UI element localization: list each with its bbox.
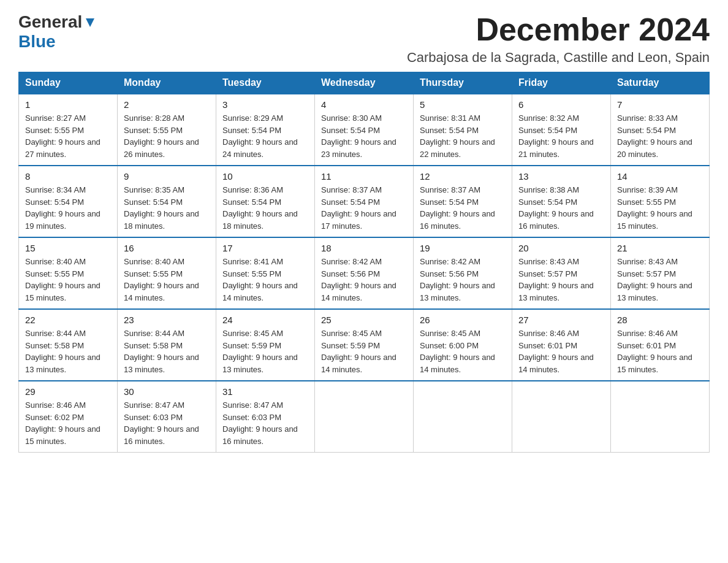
day-info-20: Sunrise: 8:43 AMSunset: 5:57 PMDaylight:… <box>518 256 604 304</box>
day-number-4: 4 <box>321 99 407 110</box>
calendar-header-row: SundayMondayTuesdayWednesdayThursdayFrid… <box>19 72 710 94</box>
day-cell-19: 19Sunrise: 8:42 AMSunset: 5:56 PMDayligh… <box>414 237 512 309</box>
week-row-3: 15Sunrise: 8:40 AMSunset: 5:55 PMDayligh… <box>19 237 710 309</box>
day-info-19: Sunrise: 8:42 AMSunset: 5:56 PMDaylight:… <box>420 256 506 304</box>
day-cell-25: 25Sunrise: 8:45 AMSunset: 5:59 PMDayligh… <box>315 309 414 381</box>
day-cell-23: 23Sunrise: 8:44 AMSunset: 5:58 PMDayligh… <box>118 309 216 381</box>
logo-triangle-icon <box>83 16 97 29</box>
day-number-21: 21 <box>617 243 703 253</box>
day-cell-2: 2Sunrise: 8:28 AMSunset: 5:55 PMDaylight… <box>118 94 216 166</box>
day-number-13: 13 <box>518 171 604 182</box>
day-cell-31: 31Sunrise: 8:47 AMSunset: 6:03 PMDayligh… <box>216 381 315 453</box>
day-cell-4: 4Sunrise: 8:30 AMSunset: 5:54 PMDaylight… <box>315 94 414 166</box>
day-info-14: Sunrise: 8:39 AMSunset: 5:55 PMDaylight:… <box>617 184 703 232</box>
calendar-table: SundayMondayTuesdayWednesdayThursdayFrid… <box>18 72 710 453</box>
day-number-16: 16 <box>124 243 210 253</box>
day-cell-14: 14Sunrise: 8:39 AMSunset: 5:55 PMDayligh… <box>611 166 710 237</box>
day-number-1: 1 <box>25 99 111 110</box>
day-info-11: Sunrise: 8:37 AMSunset: 5:54 PMDaylight:… <box>321 184 407 232</box>
day-cell-30: 30Sunrise: 8:47 AMSunset: 6:03 PMDayligh… <box>118 381 216 453</box>
day-cell-8: 8Sunrise: 8:34 AMSunset: 5:54 PMDaylight… <box>19 166 118 237</box>
week-row-4: 22Sunrise: 8:44 AMSunset: 5:58 PMDayligh… <box>19 309 710 381</box>
day-info-9: Sunrise: 8:35 AMSunset: 5:54 PMDaylight:… <box>124 184 210 232</box>
day-info-23: Sunrise: 8:44 AMSunset: 5:58 PMDaylight:… <box>124 327 210 375</box>
day-cell-17: 17Sunrise: 8:41 AMSunset: 5:55 PMDayligh… <box>216 237 315 309</box>
empty-cell-w4-4 <box>414 381 512 453</box>
logo-blue-text: Blue <box>18 32 56 52</box>
day-info-18: Sunrise: 8:42 AMSunset: 5:56 PMDaylight:… <box>321 256 407 304</box>
day-cell-9: 9Sunrise: 8:35 AMSunset: 5:54 PMDaylight… <box>118 166 216 237</box>
header-monday: Monday <box>118 72 216 94</box>
day-number-9: 9 <box>124 171 210 182</box>
day-number-24: 24 <box>222 315 308 325</box>
day-cell-5: 5Sunrise: 8:31 AMSunset: 5:54 PMDaylight… <box>414 94 512 166</box>
day-cell-11: 11Sunrise: 8:37 AMSunset: 5:54 PMDayligh… <box>315 166 414 237</box>
day-info-10: Sunrise: 8:36 AMSunset: 5:54 PMDaylight:… <box>222 184 308 232</box>
day-cell-3: 3Sunrise: 8:29 AMSunset: 5:54 PMDaylight… <box>216 94 315 166</box>
header-wednesday: Wednesday <box>315 72 414 94</box>
header-saturday: Saturday <box>611 72 710 94</box>
day-info-17: Sunrise: 8:41 AMSunset: 5:55 PMDaylight:… <box>222 256 308 304</box>
day-cell-26: 26Sunrise: 8:45 AMSunset: 6:00 PMDayligh… <box>414 309 512 381</box>
day-number-12: 12 <box>420 171 506 182</box>
day-info-24: Sunrise: 8:45 AMSunset: 5:59 PMDaylight:… <box>222 327 308 375</box>
day-number-28: 28 <box>617 315 703 325</box>
day-info-22: Sunrise: 8:44 AMSunset: 5:58 PMDaylight:… <box>25 327 111 375</box>
day-cell-18: 18Sunrise: 8:42 AMSunset: 5:56 PMDayligh… <box>315 237 414 309</box>
day-cell-20: 20Sunrise: 8:43 AMSunset: 5:57 PMDayligh… <box>512 237 611 309</box>
day-number-22: 22 <box>25 315 111 325</box>
day-cell-1: 1Sunrise: 8:27 AMSunset: 5:55 PMDaylight… <box>19 94 118 166</box>
day-cell-29: 29Sunrise: 8:46 AMSunset: 6:02 PMDayligh… <box>19 381 118 453</box>
day-info-28: Sunrise: 8:46 AMSunset: 6:01 PMDaylight:… <box>617 327 703 375</box>
day-info-26: Sunrise: 8:45 AMSunset: 6:00 PMDaylight:… <box>420 327 506 375</box>
day-cell-16: 16Sunrise: 8:40 AMSunset: 5:55 PMDayligh… <box>118 237 216 309</box>
day-info-8: Sunrise: 8:34 AMSunset: 5:54 PMDaylight:… <box>25 184 111 232</box>
header-tuesday: Tuesday <box>216 72 315 94</box>
day-number-10: 10 <box>222 171 308 182</box>
day-info-15: Sunrise: 8:40 AMSunset: 5:55 PMDaylight:… <box>25 256 111 304</box>
day-number-15: 15 <box>25 243 111 253</box>
week-row-2: 8Sunrise: 8:34 AMSunset: 5:54 PMDaylight… <box>19 166 710 237</box>
day-info-16: Sunrise: 8:40 AMSunset: 5:55 PMDaylight:… <box>124 256 210 304</box>
day-info-7: Sunrise: 8:33 AMSunset: 5:54 PMDaylight:… <box>617 112 703 160</box>
day-number-18: 18 <box>321 243 407 253</box>
day-number-31: 31 <box>222 386 308 397</box>
page-header: General Blue December 2024 Carbajosa de … <box>18 12 710 66</box>
day-number-26: 26 <box>420 315 506 325</box>
day-info-13: Sunrise: 8:38 AMSunset: 5:54 PMDaylight:… <box>518 184 604 232</box>
day-number-8: 8 <box>25 171 111 182</box>
header-friday: Friday <box>512 72 611 94</box>
day-info-1: Sunrise: 8:27 AMSunset: 5:55 PMDaylight:… <box>25 112 111 160</box>
day-number-27: 27 <box>518 315 604 325</box>
day-number-17: 17 <box>222 243 308 253</box>
day-number-6: 6 <box>518 99 604 110</box>
logo-general-text: General <box>18 12 82 32</box>
day-cell-22: 22Sunrise: 8:44 AMSunset: 5:58 PMDayligh… <box>19 309 118 381</box>
day-cell-6: 6Sunrise: 8:32 AMSunset: 5:54 PMDaylight… <box>512 94 611 166</box>
day-number-23: 23 <box>124 315 210 325</box>
day-cell-15: 15Sunrise: 8:40 AMSunset: 5:55 PMDayligh… <box>19 237 118 309</box>
day-number-29: 29 <box>25 386 111 397</box>
logo: General Blue <box>18 12 97 52</box>
day-number-3: 3 <box>222 99 308 110</box>
day-info-5: Sunrise: 8:31 AMSunset: 5:54 PMDaylight:… <box>420 112 506 160</box>
day-number-5: 5 <box>420 99 506 110</box>
day-info-6: Sunrise: 8:32 AMSunset: 5:54 PMDaylight:… <box>518 112 604 160</box>
day-cell-12: 12Sunrise: 8:37 AMSunset: 5:54 PMDayligh… <box>414 166 512 237</box>
day-info-27: Sunrise: 8:46 AMSunset: 6:01 PMDaylight:… <box>518 327 604 375</box>
day-info-2: Sunrise: 8:28 AMSunset: 5:55 PMDaylight:… <box>124 112 210 160</box>
day-number-30: 30 <box>124 386 210 397</box>
day-cell-13: 13Sunrise: 8:38 AMSunset: 5:54 PMDayligh… <box>512 166 611 237</box>
title-section: December 2024 Carbajosa de la Sagrada, C… <box>407 12 710 66</box>
svg-marker-0 <box>86 18 94 27</box>
empty-cell-w4-6 <box>611 381 710 453</box>
day-info-4: Sunrise: 8:30 AMSunset: 5:54 PMDaylight:… <box>321 112 407 160</box>
day-info-3: Sunrise: 8:29 AMSunset: 5:54 PMDaylight:… <box>222 112 308 160</box>
header-thursday: Thursday <box>414 72 512 94</box>
day-info-12: Sunrise: 8:37 AMSunset: 5:54 PMDaylight:… <box>420 184 506 232</box>
day-number-7: 7 <box>617 99 703 110</box>
day-number-25: 25 <box>321 315 407 325</box>
day-number-11: 11 <box>321 171 407 182</box>
day-cell-24: 24Sunrise: 8:45 AMSunset: 5:59 PMDayligh… <box>216 309 315 381</box>
day-number-20: 20 <box>518 243 604 253</box>
